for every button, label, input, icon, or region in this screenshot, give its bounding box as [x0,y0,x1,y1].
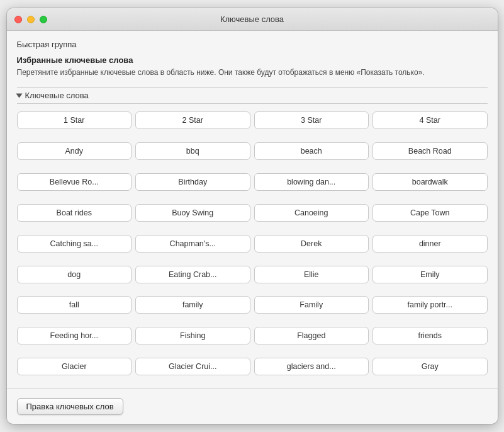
keyword-btn[interactable]: Chapman's... [135,235,250,253]
keyword-btn[interactable]: Ellie [254,266,369,283]
keywords-header: Ключевые слова [17,87,488,104]
keyword-btn[interactable]: Andy [17,142,132,160]
keyword-btn[interactable]: Catching sa... [17,235,132,253]
keyword-btn[interactable]: 4 Star [372,111,488,129]
keyword-btn[interactable]: friends [372,327,488,344]
keyword-btn[interactable]: glaciers and... [254,358,369,375]
keyword-btn[interactable]: beach [254,142,369,160]
keyword-btn[interactable]: bbq [135,142,250,160]
keyword-btn[interactable]: 3 Star [254,111,369,129]
keywords-grid: 1 Star2 Star3 Star4 StarAndybbqbeachBeac… [17,111,488,389]
edit-keywords-button[interactable]: Правка ключевых слов [17,398,123,415]
keyword-btn[interactable]: Canoeing [254,204,369,222]
keyword-btn[interactable]: Cape Town [372,204,488,222]
keyword-btn[interactable]: Flagged [254,327,369,344]
main-window: Ключевые слова Быстрая группа Избранные … [7,8,498,424]
window-title: Ключевые слова [220,14,284,24]
keyword-btn[interactable]: 2 Star [135,111,250,129]
traffic-lights [14,16,47,23]
keyword-btn[interactable]: Glacier Crui... [135,358,250,375]
keyword-btn[interactable]: boardwalk [372,173,488,191]
keyword-btn[interactable]: Boat rides [17,204,132,222]
content-area: Быстрая группа Избранные ключевые слова … [7,31,498,389]
keyword-btn[interactable]: Beach Road [372,142,488,160]
maximize-button[interactable] [40,16,47,23]
quick-group-label: Быстрая группа [17,40,488,49]
keywords-header-label: Ключевые слова [25,91,89,100]
close-button[interactable] [14,16,22,23]
favorites-description: Перетяните избранные ключевые слова в об… [17,67,488,78]
keyword-btn[interactable]: Birthday [135,173,250,191]
keyword-btn[interactable]: Gray [372,358,488,375]
keyword-btn[interactable]: dinner [372,235,488,253]
titlebar: Ключевые слова [7,8,498,31]
keyword-btn[interactable]: Emily [372,266,488,283]
keyword-btn[interactable]: Bellevue Ro... [17,173,132,191]
collapse-icon[interactable] [16,93,22,98]
keyword-btn[interactable]: Fishing [135,327,250,344]
keyword-btn[interactable]: Feeding hor... [17,327,132,344]
keyword-btn[interactable]: family portr... [372,296,488,314]
keyword-btn[interactable]: Glacier [17,358,132,375]
keyword-btn[interactable]: blowing dan... [254,173,369,191]
keyword-btn[interactable]: fall [17,296,132,314]
keyword-btn[interactable]: Eating Crab... [135,266,250,283]
footer: Правка ключевых слов [7,389,498,424]
keyword-btn[interactable]: Derek [254,235,369,253]
keyword-btn[interactable]: Family [254,296,369,314]
minimize-button[interactable] [27,16,35,23]
keyword-btn[interactable]: family [135,296,250,314]
keyword-btn[interactable]: dog [17,266,132,283]
keyword-btn[interactable]: 1 Star [17,111,132,129]
keyword-btn[interactable]: Buoy Swing [135,204,250,222]
favorites-title: Избранные ключевые слова [17,55,488,65]
